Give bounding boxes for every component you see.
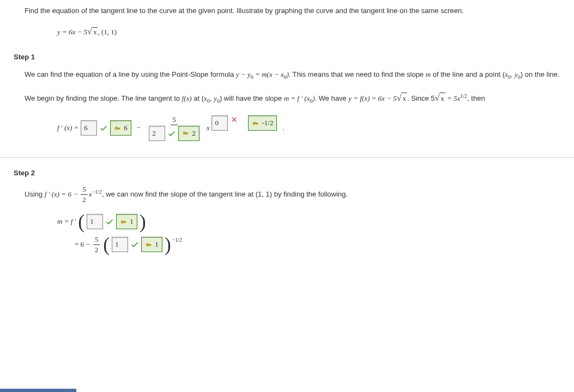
hint-box-4[interactable]: 1 xyxy=(116,214,137,229)
problem-statement: Find the equation of the tangent line to… xyxy=(25,5,563,36)
answer-input-3[interactable]: 0 xyxy=(212,115,228,131)
step1-para1: We can find the equation of a line by us… xyxy=(25,69,563,82)
step1-title: Step 1 xyxy=(14,53,563,61)
answer-input-4[interactable]: 1 xyxy=(87,214,103,229)
key-icon xyxy=(182,130,189,137)
key-icon xyxy=(120,218,127,225)
key-icon xyxy=(114,125,121,132)
check-icon xyxy=(99,124,108,132)
right-paren: ) xyxy=(165,237,171,253)
check-icon xyxy=(167,129,176,138)
answer-input-5[interactable]: 1 xyxy=(112,237,128,252)
problem-text: Find the equation of the tangent line to… xyxy=(25,5,563,17)
answer-input-1[interactable]: 6 xyxy=(81,120,97,136)
hint-box-3[interactable]: -1/2 xyxy=(248,115,277,131)
check-icon xyxy=(130,240,139,249)
step2-para1: Using f ' (x) = 6 − 52x−1/2, we can now … xyxy=(25,185,563,204)
step2-line1: m = f ' ( 1 1 ) xyxy=(57,214,563,230)
hint-box-1[interactable]: 6 xyxy=(110,120,131,136)
step2-line2: = 6 − 52 ( 1 1 ) −1/2 xyxy=(75,235,563,254)
key-icon xyxy=(252,120,259,127)
divider xyxy=(0,157,574,158)
step2-title: Step 2 xyxy=(14,169,563,177)
cross-icon xyxy=(230,115,238,124)
check-icon xyxy=(105,217,114,226)
left-paren: ( xyxy=(78,214,84,230)
key-icon xyxy=(145,241,152,248)
m-label: m = f ' xyxy=(57,217,76,226)
left-paren: ( xyxy=(103,237,110,253)
step1-para2: We begin by finding the slope. The line … xyxy=(25,91,563,106)
answer-input-2[interactable]: 2 xyxy=(149,126,165,141)
step1-answer-row: f ' (x) = 6 6 − 5 2 xyxy=(57,115,563,141)
hint-box-2[interactable]: 2 xyxy=(178,126,200,141)
right-paren: ) xyxy=(140,214,146,230)
fprime-label: f ' (x) = xyxy=(57,124,78,132)
problem-equation: y = 6x − 5√x, (1, 1) xyxy=(57,27,563,36)
hint-box-5[interactable]: 1 xyxy=(141,237,162,252)
fraction: 5 2 2 xyxy=(147,115,201,141)
